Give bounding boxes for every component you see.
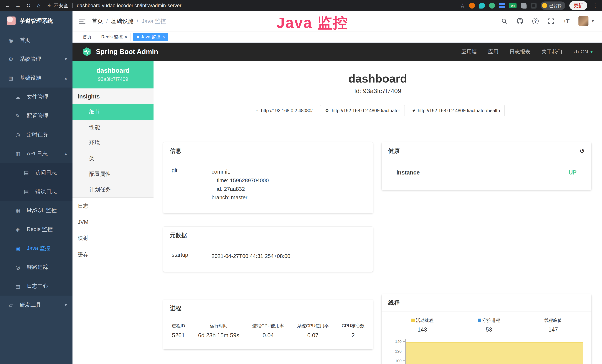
extension-icon-vue[interactable] bbox=[489, 3, 495, 9]
address-bar[interactable]: ⚠ 不安全 dashboard.yudao.iocoder.cn/infra/a… bbox=[47, 2, 459, 9]
sidebar-item-label: 研发工具 bbox=[20, 301, 41, 309]
sidebar-item-label: Redis 监控 bbox=[27, 226, 53, 233]
extension-icon-grid[interactable] bbox=[499, 3, 505, 9]
sidebar-item-api-log[interactable]: ▥ API 日志 ▴ bbox=[0, 144, 73, 163]
sidebar-item-label: 系统管理 bbox=[20, 55, 41, 63]
chevron-up-icon: ▴ bbox=[65, 151, 67, 156]
security-label[interactable]: 不安全 bbox=[54, 2, 68, 9]
forward-icon[interactable]: → bbox=[13, 1, 23, 10]
browser-chrome: ← → ↻ ⌂ ⚠ 不安全 dashboard.yudao.iocoder.cn… bbox=[0, 0, 602, 11]
health-url-button[interactable]: ♥ http://192.168.0.2:48080/actuator/heal… bbox=[408, 105, 505, 116]
sidebar-item-trace[interactable]: ◎ 链路追踪 bbox=[0, 258, 73, 277]
page-title: dashboard bbox=[153, 72, 602, 85]
sidebar-item-infra[interactable]: ▧ 基础设施 ▴ bbox=[0, 69, 73, 87]
avatar-caret-icon[interactable]: ▾ bbox=[592, 19, 594, 23]
user-avatar[interactable] bbox=[579, 16, 589, 26]
legend-value: 143 bbox=[411, 326, 434, 333]
actuator-url-button[interactable]: ⚙ http://192.168.0.2:48080/actuator bbox=[320, 105, 405, 116]
font-size-icon[interactable] bbox=[563, 17, 570, 25]
history-icon[interactable]: ↺ bbox=[580, 148, 585, 154]
breadcrumb-infra[interactable]: 基础设施 bbox=[111, 17, 133, 25]
hamburger-icon[interactable] bbox=[73, 19, 92, 23]
process-pid: 进程ID 5261 bbox=[172, 323, 185, 339]
github-icon[interactable] bbox=[516, 17, 524, 25]
home-icon[interactable]: ⌂ bbox=[34, 1, 43, 10]
sba-item-details[interactable]: 细节 bbox=[73, 104, 153, 120]
sba-nav-about[interactable]: 关于我们 bbox=[542, 48, 562, 55]
language-select[interactable]: zh-CN ▾ bbox=[573, 49, 593, 55]
instance-health-row: Instance UP bbox=[396, 169, 577, 181]
sba-item-metrics[interactable]: 性能 bbox=[73, 120, 153, 135]
sidebar-item-access-log[interactable]: ▤ 访问日志 bbox=[0, 163, 73, 182]
sidebar-item-system[interactable]: ⚙ 系统管理 ▾ bbox=[0, 50, 73, 69]
actuator-url-label: http://192.168.0.2:48080/actuator bbox=[332, 108, 400, 113]
sidebar-item-home[interactable]: ◉ 首页 bbox=[0, 31, 73, 50]
sba-item-mappings[interactable]: 映射 bbox=[73, 230, 153, 246]
sidebar-item-file-manage[interactable]: ☁ 文件管理 bbox=[0, 87, 73, 107]
metadata-value: 2021-04-27T00:44:31.254+08:00 bbox=[212, 252, 365, 260]
sba-item-scheduled-tasks[interactable]: 计划任务 bbox=[73, 182, 153, 197]
sba-nav-wallboard[interactable]: 应用墙 bbox=[462, 48, 477, 55]
close-icon[interactable]: × bbox=[125, 35, 127, 39]
close-icon[interactable]: × bbox=[162, 35, 165, 39]
git-commit-line: commit: bbox=[212, 167, 365, 176]
update-button[interactable]: 更新 bbox=[569, 1, 587, 10]
back-icon[interactable]: ← bbox=[3, 1, 12, 10]
sba-item-jvm[interactable]: JVM bbox=[73, 214, 153, 230]
reload-icon[interactable]: ↻ bbox=[24, 1, 33, 10]
smiley-icon bbox=[542, 3, 547, 8]
sba-brand-label: Spring Boot Admin bbox=[96, 48, 158, 56]
help-icon[interactable]: ? bbox=[532, 17, 539, 25]
tab-home[interactable]: 首页 bbox=[79, 33, 95, 41]
sidebar-item-dev-tools[interactable]: ▱ 研发工具 ▾ bbox=[0, 296, 73, 314]
legend-daemon-threads: 守护进程 53 bbox=[478, 317, 500, 333]
sidebar-item-label: 访问日志 bbox=[35, 169, 57, 176]
search-icon[interactable] bbox=[501, 17, 508, 25]
fullscreen-icon[interactable] bbox=[547, 17, 555, 25]
extensions-puzzle-icon[interactable] bbox=[531, 3, 537, 9]
sba-brand[interactable]: Spring Boot Admin bbox=[82, 47, 158, 57]
gear-icon: ⚙ bbox=[7, 56, 14, 62]
logo-avatar bbox=[7, 17, 16, 25]
instance-name: dashboard bbox=[75, 67, 151, 74]
redis-icon: ◈ bbox=[14, 226, 21, 233]
extension-icon-leaf[interactable] bbox=[521, 3, 527, 9]
tab-java-monitor[interactable]: Java 监控 × bbox=[133, 33, 168, 41]
extension-icon-on-badge[interactable]: on bbox=[509, 3, 516, 8]
cell-value: 0.07 bbox=[297, 332, 329, 339]
system-cpu: 系统CPU使用率 0.07 bbox=[297, 323, 329, 339]
sba-nav-journal[interactable]: 日志报表 bbox=[510, 48, 530, 55]
warning-icon[interactable]: ⚠ bbox=[47, 3, 52, 9]
topbar: 首页 / 基础设施 / Java 监控 Java 监控 ? bbox=[73, 11, 602, 31]
sba-item-config-props[interactable]: 配置属性 bbox=[73, 166, 153, 182]
sidebar-item-error-log[interactable]: ▤ 错误日志 bbox=[0, 182, 73, 201]
extension-icon-orange[interactable] bbox=[469, 3, 475, 9]
sba-item-environment[interactable]: 环境 bbox=[73, 135, 153, 151]
browser-actions: ☆ on 已暂停 更新 ⋮ bbox=[460, 1, 599, 10]
sidebar-logo[interactable]: 芋道管理系统 bbox=[0, 11, 73, 31]
tab-redis-monitor[interactable]: Redis 监控 × bbox=[98, 33, 131, 41]
sba-item-classes[interactable]: 类 bbox=[73, 151, 153, 166]
cloud-icon: ☁ bbox=[14, 94, 21, 100]
paused-badge[interactable]: 已暂停 bbox=[541, 1, 565, 10]
sidebar-item-redis-monitor[interactable]: ◈ Redis 监控 bbox=[0, 220, 73, 239]
y-tick: 140 bbox=[395, 339, 405, 349]
sidebar-item-java-monitor[interactable]: ▣ Java 监控 bbox=[0, 239, 73, 258]
extension-icon-droplet[interactable] bbox=[479, 3, 485, 9]
sidebar-item-scheduled-jobs[interactable]: ◷ 定时任务 bbox=[0, 125, 73, 144]
sidebar-item-log-center[interactable]: ▤ 日志中心 bbox=[0, 277, 73, 296]
service-url-button[interactable]: ⌂ http://192.168.0.2:48080/ bbox=[251, 105, 317, 116]
sidebar-item-mysql-monitor[interactable]: ▦ MySQL 监控 bbox=[0, 201, 73, 220]
sba-item-logs[interactable]: 日志 bbox=[73, 198, 153, 214]
sidebar-item-config-manage[interactable]: ✎ 配置管理 bbox=[0, 107, 73, 125]
sba-content: dashboard Id: 93a3fc7f7409 ⌂ http://192.… bbox=[153, 61, 602, 364]
sba-nav-applications[interactable]: 应用 bbox=[488, 48, 499, 55]
card-title: 健康 bbox=[388, 147, 400, 155]
url-text[interactable]: dashboard.yudao.iocoder.cn/infra/admin-s… bbox=[77, 3, 181, 9]
breadcrumb-home[interactable]: 首页 bbox=[92, 17, 103, 25]
column-header: 进程CPU使用率 bbox=[252, 323, 284, 329]
bookmark-star-icon[interactable]: ☆ bbox=[460, 2, 465, 9]
browser-menu-icon[interactable]: ⋮ bbox=[591, 2, 599, 9]
sba-item-caches[interactable]: 缓存 bbox=[73, 246, 153, 263]
card-title: 线程 bbox=[388, 299, 400, 307]
